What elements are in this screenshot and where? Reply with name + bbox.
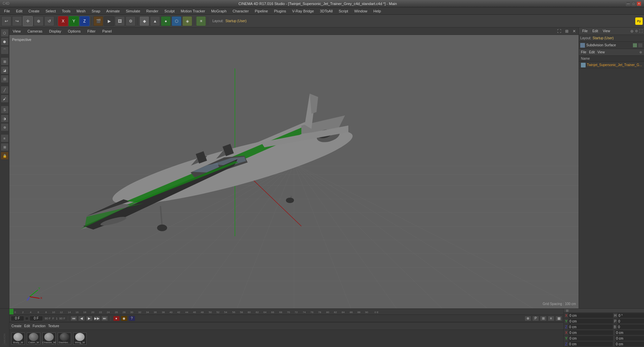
generator-button[interactable]: ◪ (1, 66, 9, 74)
light-button[interactable]: ☀ (196, 16, 206, 26)
mat-menu-create[interactable]: Create (11, 324, 21, 328)
rp-gear-icon[interactable]: ⚙ (635, 29, 638, 33)
obj-header-icon[interactable]: ⊕ (639, 50, 642, 54)
next-frame-button[interactable]: ▶▶ (94, 316, 100, 321)
menu-edit[interactable]: Edit (13, 8, 25, 14)
objects-tab-file[interactable]: File (581, 50, 586, 54)
auto-key-button[interactable]: ◉ (121, 316, 128, 321)
rp-tab-view[interactable]: View (601, 29, 612, 34)
polygon-mode-button[interactable]: ▲ (150, 16, 160, 26)
menu-window[interactable]: Window (351, 8, 370, 14)
render-button[interactable]: ▶ (104, 16, 114, 26)
menu-help[interactable]: Help (371, 8, 384, 14)
vp-menu-panel[interactable]: Panel (100, 29, 114, 34)
menu-mograph[interactable]: MoGraph (208, 8, 229, 14)
menu-motion-tracker[interactable]: Motion Tracker (178, 8, 208, 14)
vp-menu-options[interactable]: Options (66, 29, 83, 34)
material-dashboard[interactable]: Dashbo... (58, 333, 71, 345)
material-wing[interactable]: Wing_M (73, 333, 87, 345)
objects-tab-view[interactable]: View (597, 50, 605, 54)
material-body[interactable]: Body_M (11, 333, 25, 345)
tc-btn-3[interactable]: ⊞ (540, 316, 547, 321)
goto-end-button[interactable]: ⏭ (101, 316, 108, 321)
redo-button[interactable]: ↪ (12, 16, 22, 26)
object-tool-button[interactable]: ⬡ (1, 29, 9, 37)
modifier-button[interactable]: ⊟ (1, 75, 9, 83)
frame-marker[interactable] (25, 317, 29, 320)
rp-tab-edit[interactable]: Edit (590, 29, 600, 34)
vp-fullscreen-button[interactable]: ⛶ (557, 29, 561, 34)
menu-create[interactable]: Create (26, 8, 42, 14)
prev-frame-button[interactable]: ◀ (78, 316, 85, 321)
goto-start-button[interactable]: ⏮ (70, 316, 77, 321)
minimize-button[interactable]: — (626, 1, 631, 6)
material-cabin[interactable]: Cabin_M (27, 333, 40, 345)
layer-button[interactable]: ≡ (1, 134, 9, 142)
timeline-ruler[interactable]: 0 2 4 6 8 10 12 14 16 18 20 22 24 26 (9, 309, 563, 315)
vp-menu-cameras[interactable]: Cameras (26, 29, 45, 34)
menu-script[interactable]: Script (336, 8, 351, 14)
tc-btn-1[interactable]: ⊕ (525, 316, 531, 321)
menu-plugins[interactable]: Plugins (271, 8, 289, 14)
subdiv-btn-2[interactable] (638, 43, 643, 48)
python-button[interactable]: Py (635, 17, 643, 25)
current-frame-field[interactable] (11, 316, 24, 321)
menu-simulate[interactable]: Simulate (123, 8, 143, 14)
y-axis-button[interactable]: Y (69, 16, 79, 26)
maximize-button[interactable]: □ (631, 1, 636, 6)
z-axis-button[interactable]: Z (80, 16, 90, 26)
line-tool-button[interactable]: ╱ (1, 86, 9, 94)
coord-y-size2[interactable] (615, 336, 644, 341)
close-button[interactable]: ✕ (637, 1, 641, 6)
coord-y-size[interactable] (568, 336, 613, 341)
mat-menu-function[interactable]: Function (33, 324, 45, 328)
mat-menu-edit[interactable]: Edit (24, 324, 30, 328)
menu-animate[interactable]: Animate (104, 8, 122, 14)
rp-tab-file[interactable]: File (580, 29, 590, 34)
menu-file[interactable]: File (1, 8, 13, 14)
paint-tool-button[interactable]: 🖌 (1, 95, 9, 103)
rp-expand-icon[interactable]: ⛶ (639, 29, 643, 33)
object-row-1[interactable]: Twinjet_Supersonic_Jet_Trainer_G... (579, 62, 644, 68)
play-button[interactable]: ▶ (86, 316, 93, 321)
layout-value[interactable]: Startup (User) (593, 36, 614, 40)
coord-y-pos[interactable] (568, 318, 613, 324)
material-button[interactable]: ◑ (1, 114, 9, 122)
key-help-button[interactable]: ? (129, 316, 135, 321)
menu-render[interactable]: Render (144, 8, 161, 14)
coord-h-val[interactable] (617, 313, 644, 318)
objects-tab-edit[interactable]: Edit (589, 50, 595, 54)
coord-x-size[interactable] (568, 330, 613, 335)
tc-btn-5[interactable]: ▦ (555, 316, 562, 321)
coord-z-pos[interactable] (568, 324, 613, 330)
vp-menu-filter[interactable]: Filter (85, 29, 97, 34)
vp-menu-view[interactable]: View (11, 29, 23, 34)
menu-mesh[interactable]: Mesh (74, 8, 88, 14)
scale-rotate-tool[interactable]: ↺ (44, 16, 54, 26)
render-region-button[interactable]: 🎬 (93, 16, 103, 26)
texture-mode-button[interactable]: ◈ (182, 16, 192, 26)
point-mode-button[interactable]: ● (161, 16, 171, 26)
undo-button[interactable]: ↩ (1, 16, 11, 26)
menu-select[interactable]: Select (43, 8, 59, 14)
menu-snap[interactable]: Snap (89, 8, 103, 14)
coord-b-val[interactable] (617, 324, 644, 330)
vp-close-button[interactable]: ✕ (573, 29, 576, 34)
menu-sculpt[interactable]: Sculpt (162, 8, 178, 14)
render-view-button[interactable]: 🖼 (115, 16, 125, 26)
menu-vray[interactable]: V-Ray Bridge (290, 8, 317, 14)
poly-tool-button[interactable]: ⬢ (1, 38, 9, 46)
sculpt-button[interactable]: S (1, 106, 9, 114)
menu-character[interactable]: Character (230, 8, 251, 14)
spline-tool-button[interactable]: ⌒ (1, 46, 9, 54)
coord-x-size2[interactable] (615, 330, 644, 335)
menu-pipeline[interactable]: Pipeline (252, 8, 270, 14)
object-mode-button[interactable]: ◆ (139, 16, 149, 26)
menu-tools[interactable]: Tools (59, 8, 73, 14)
viewport[interactable]: Perspective Grid Spacing : 100 cm Y X Z (9, 35, 579, 308)
render-settings-button[interactable]: ⚙ (126, 16, 136, 26)
tc-btn-2[interactable]: P (532, 316, 539, 321)
edge-mode-button[interactable]: ⬡ (171, 16, 182, 26)
vp-menu-display[interactable]: Display (47, 29, 63, 34)
record-button[interactable]: ● (113, 316, 120, 321)
